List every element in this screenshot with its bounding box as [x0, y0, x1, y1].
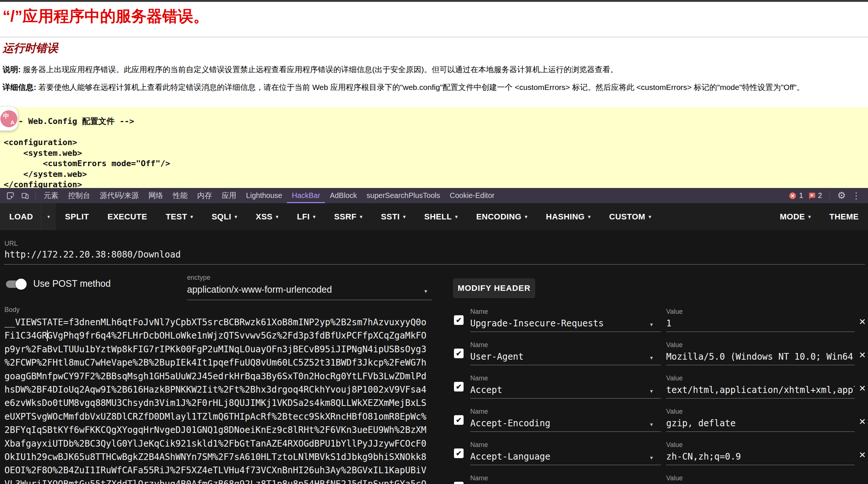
name-underline [470, 332, 661, 332]
header-row: ✔ Name Accept-Encoding ▾ Value gzip, def… [454, 408, 868, 441]
settings-gear-icon[interactable]: ⚙ [837, 190, 846, 201]
remove-header-button[interactable]: × [859, 316, 866, 327]
toolbar-menu-button[interactable]: LFI▾ [288, 203, 325, 230]
toolbar-menu-button[interactable]: SQLI▾ [202, 203, 246, 230]
body-line: e6zvWksDo0tUM8vgq88MU3Chsydn3Vim1J%2F0rH… [4, 396, 437, 410]
devtools-tab[interactable]: 性能 [168, 188, 193, 203]
value-label: Value [666, 308, 855, 318]
modify-header-button[interactable]: MODIFY HEADER [453, 278, 535, 298]
devtools-tab[interactable]: Cookie-Editor [445, 188, 499, 203]
body-line: OEOI%2F8O%2B4ZuI1IRuWfCAFa55RiJ%2F5XZ4eT… [4, 464, 437, 477]
devtools-tab[interactable]: AdBlock [325, 188, 362, 203]
header-row: ✔ Name ▾ Value × [454, 474, 868, 484]
theme-menu-button[interactable]: THEME [820, 203, 868, 230]
url-input[interactable]: http://172.22.20.38:8080/Download [4, 249, 181, 260]
header-checkbox[interactable]: ✔ [454, 315, 464, 325]
load-dropdown-button[interactable]: ▾ [41, 203, 56, 230]
load-button[interactable]: LOAD [0, 203, 41, 230]
body-textarea[interactable]: __VIEWSTATE=f3dnenMLh6qtFoJvNl7yCpbXT5sr… [4, 316, 437, 484]
issues-badge[interactable]: 2 [808, 191, 822, 200]
toolbar-menu-button[interactable]: SSTI▾ [372, 203, 415, 230]
toolbar-menu-label: LFI [297, 212, 310, 222]
enctype-select[interactable]: application/x-www-form-urlencoded [187, 284, 424, 295]
translate-extension-button[interactable]: 中 A [0, 107, 18, 131]
devtools-tab[interactable]: 源代码/来源 [95, 188, 144, 203]
devtools-tab[interactable]: superSearchPlusTools [362, 188, 445, 203]
header-name-field: Name Accept-Encoding ▾ [470, 408, 661, 431]
devtools-tab[interactable]: HackBar [287, 188, 325, 203]
header-checkbox[interactable]: ✔ [454, 448, 464, 458]
header-value-field: Value 1 [666, 308, 855, 331]
remove-header-button[interactable]: × [859, 416, 866, 427]
header-name-field: Name Accept ▾ [470, 374, 661, 397]
toolbar-menu-button[interactable]: CUSTOM▾ [600, 203, 661, 230]
remove-header-button[interactable]: × [859, 383, 866, 394]
devtools-tab[interactable]: 应用 [217, 188, 241, 203]
header-name-select[interactable]: Upgrade-Insecure-Requests [470, 318, 661, 331]
body-label: Body [4, 306, 20, 314]
details-label: 详细信息: [3, 83, 36, 91]
check-icon: ✔ [456, 416, 462, 424]
devtools-tab[interactable]: 控制台 [63, 188, 95, 203]
split-button[interactable]: SPLIT [56, 203, 98, 230]
toolbar-menu-label: SQLI [211, 212, 231, 222]
remove-header-button[interactable]: × [859, 483, 866, 484]
description-label: 说明: [3, 65, 21, 74]
theme-label: THEME [830, 212, 859, 222]
header-value-input[interactable]: text/html,application/xhtml+xml,appl [666, 385, 855, 397]
chevron-down-icon: ▾ [235, 214, 237, 219]
toolbar-menu-label: XSS [256, 212, 273, 222]
name-underline [470, 398, 661, 399]
post-method-toggle[interactable] [6, 280, 25, 288]
toolbar-menu-button[interactable]: TEST▾ [156, 203, 202, 230]
tabbar-separator [830, 191, 830, 200]
toolbar-menu-button[interactable]: SHELL▾ [415, 203, 467, 230]
mode-menu-button[interactable]: MODE▾ [770, 203, 820, 230]
header-checkbox[interactable]: ✔ [454, 482, 464, 484]
code-line: </configuration> [4, 179, 868, 188]
body-line: eUXPTSvgWOcMmfdbVxUZ8DlCRZfD0DMlayl1TZlm… [4, 410, 437, 423]
console-errors-badge[interactable]: 1 [789, 191, 803, 200]
translate-icon: 中 A [0, 110, 17, 127]
check-icon: ✔ [456, 316, 462, 325]
post-toggle-label: Use POST method [33, 278, 111, 289]
hackbar-toolbar: LOAD ▾ SPLIT EXECUTE TEST▾ SQLI▾ XSS▾ LF… [0, 203, 868, 230]
chevron-down-icon: ▾ [47, 214, 50, 219]
code-line: <!-- Web.Config 配置文件 --> [4, 116, 868, 127]
devtools-tab[interactable]: Lighthouse [241, 188, 287, 203]
chevron-down-icon: ▾ [424, 288, 427, 295]
name-label: Name [470, 474, 661, 484]
check-icon: ✔ [456, 349, 462, 358]
header-checkbox[interactable]: ✔ [454, 382, 464, 391]
inspect-element-icon[interactable] [3, 188, 18, 203]
header-name-field: Name Upgrade-Insecure-Requests ▾ [470, 308, 661, 331]
device-toolbar-icon[interactable] [18, 188, 33, 203]
remove-header-button[interactable]: × [859, 349, 866, 360]
devtools-tab[interactable]: 网络 [144, 188, 168, 203]
header-value-input[interactable]: zh-CN,zh;q=0.9 [666, 451, 855, 464]
toolbar-menu-button[interactable]: HASHING▾ [537, 203, 600, 230]
header-value-input[interactable]: 1 [666, 318, 855, 331]
remove-header-button[interactable]: × [859, 449, 866, 460]
devtools-tab[interactable]: 元素 [39, 188, 63, 203]
kebab-menu-icon[interactable]: ⋮ [850, 191, 862, 201]
execute-button[interactable]: EXECUTE [98, 203, 156, 230]
toolbar-menu-button[interactable]: SSRF▾ [325, 203, 372, 230]
name-label: Name [470, 341, 661, 352]
header-name-select[interactable]: Accept-Language [470, 451, 661, 464]
chevron-down-icon: ▾ [650, 454, 653, 461]
header-name-select[interactable]: Accept-Encoding [470, 418, 661, 431]
devtools-tab[interactable]: 内存 [193, 188, 217, 203]
toolbar-menu-button[interactable]: XSS▾ [247, 203, 288, 230]
header-name-select[interactable]: User-Agent [470, 352, 661, 364]
code-line: <customErrors mode="Off"/> [4, 158, 868, 169]
header-checkbox[interactable]: ✔ [454, 415, 464, 425]
header-checkbox[interactable]: ✔ [454, 349, 464, 358]
chevron-down-icon: ▾ [525, 214, 528, 219]
header-value-input[interactable]: Mozilla/5.0 (Windows NT 10.0; Win64 [666, 352, 855, 364]
header-name-select[interactable]: Accept [470, 385, 661, 397]
url-underline [4, 264, 865, 265]
header-value-input[interactable]: gzip, deflate [666, 418, 855, 431]
toolbar-menu-button[interactable]: ENCODING▾ [467, 203, 537, 230]
body-line: hsDW%2BF4DIoUq2Aqw9I%2B616HazkBPNKKW2Iit… [4, 383, 437, 396]
